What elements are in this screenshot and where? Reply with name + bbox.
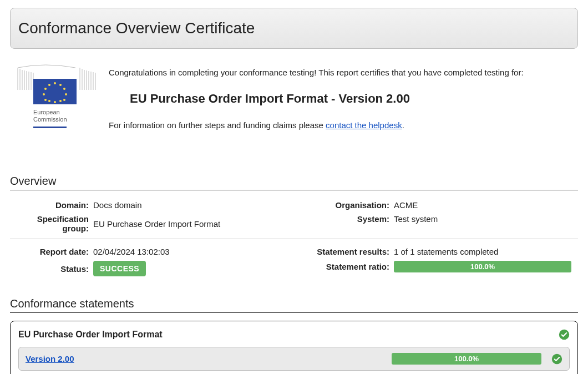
- overview-rule-light: [10, 239, 578, 239]
- statement-progress: 100.0%: [392, 353, 541, 365]
- intro-section: European Commission Congratulations in c…: [14, 62, 578, 141]
- value-spec-group: EU Purchase Order Import Format: [93, 219, 283, 229]
- overview-grid: Domain: Docs domain Specification group:…: [10, 198, 578, 235]
- value-report-date: 02/04/2024 13:02:03: [93, 247, 283, 256]
- label-stmt-ratio: Statement ratio:: [305, 262, 394, 271]
- statement-header: EU Purchase Order Import Format: [18, 329, 570, 340]
- svg-point-3: [63, 88, 65, 90]
- stmt-ratio-progress: 100.0%: [394, 261, 571, 272]
- overview-right: Organisation: ACME System: Test system: [305, 198, 578, 235]
- statement-box: EU Purchase Order Import Format Version …: [10, 321, 578, 374]
- label-report-date: Report date:: [10, 247, 93, 256]
- logo-caption-line-2: Commission: [33, 116, 98, 123]
- overview-grid-2: Report date: 02/04/2024 13:02:03 Status:…: [10, 245, 578, 279]
- value-organisation: ACME: [394, 200, 578, 210]
- svg-point-13: [48, 100, 50, 102]
- label-stmt-results: Statement results:: [305, 247, 394, 256]
- label-organisation: Organisation:: [305, 200, 394, 210]
- overview-right-2: Statement results: 1 of 1 statements com…: [305, 245, 578, 279]
- overview-rule: [10, 190, 578, 190]
- value-system: Test system: [394, 214, 578, 224]
- intro-text-block: Congratulations in completing your confo…: [109, 62, 578, 141]
- page-title: Conformance Overview Certificate: [10, 8, 578, 49]
- footer-text-pre: For information on further steps and fun…: [109, 120, 326, 130]
- value-domain: Docs domain: [93, 200, 283, 210]
- svg-point-5: [63, 99, 65, 101]
- intro-text: Congratulations in completing your confo…: [109, 67, 578, 79]
- ec-logo: European Commission: [14, 62, 98, 128]
- check-circle-icon: [551, 353, 562, 365]
- ec-logo-svg: [14, 62, 98, 107]
- spec-title: EU Purchase Order Import Format - Versio…: [130, 92, 578, 106]
- value-status: SUCCESS: [93, 261, 283, 276]
- svg-point-2: [59, 84, 62, 86]
- svg-point-4: [65, 93, 67, 95]
- page-title-text: Conformance Overview Certificate: [18, 19, 255, 37]
- label-system: System:: [305, 214, 394, 224]
- status-badge: SUCCESS: [93, 261, 146, 276]
- svg-point-9: [43, 93, 45, 95]
- overview-heading: Overview: [10, 175, 578, 188]
- statement-group-name: EU Purchase Order Import Format: [18, 330, 163, 340]
- svg-point-7: [48, 84, 50, 86]
- value-stmt-ratio: 100.0%: [394, 261, 578, 272]
- contact-helpdesk-link[interactable]: contact the helpdesk: [326, 120, 402, 130]
- footer-text-post: .: [402, 120, 404, 130]
- label-status: Status:: [10, 264, 93, 274]
- footer-text: For information on further steps and fun…: [109, 119, 578, 132]
- conformance-statements-section: Conformance statements EU Purchase Order…: [10, 297, 578, 374]
- overview-left: Domain: Docs domain Specification group:…: [10, 198, 283, 235]
- logo-underline: [33, 127, 67, 128]
- svg-point-12: [59, 100, 62, 102]
- label-spec-group: Specification group:: [10, 214, 93, 233]
- svg-point-8: [44, 88, 47, 90]
- check-circle-icon: [559, 329, 570, 340]
- logo-caption-line-1: European: [33, 109, 98, 116]
- svg-point-10: [44, 99, 47, 101]
- label-domain: Domain:: [10, 200, 93, 210]
- cs-heading: Conformance statements: [10, 297, 578, 310]
- statement-row: Version 2.00 100.0%: [18, 347, 570, 371]
- svg-point-1: [54, 82, 56, 84]
- svg-point-11: [54, 101, 56, 103]
- ec-logo-caption: European Commission: [33, 109, 98, 123]
- cs-rule: [10, 312, 578, 313]
- overview-left-2: Report date: 02/04/2024 13:02:03 Status:…: [10, 245, 283, 279]
- value-stmt-results: 1 of 1 statements completed: [394, 247, 578, 256]
- statement-version-link[interactable]: Version 2.00: [26, 354, 385, 363]
